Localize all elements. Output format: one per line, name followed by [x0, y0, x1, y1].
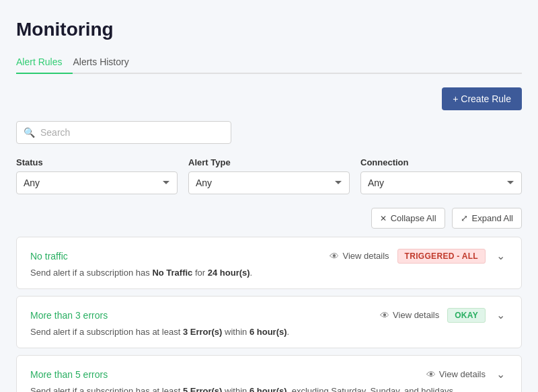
alert-desc-no-traffic: Send alert if a subscription has No Traf… [30, 268, 508, 278]
filter-status-group: Status Any Triggered Okay [16, 157, 178, 194]
filter-alert-type-group: Alert Type Any No Traffic Error Rate [188, 157, 350, 194]
expand-all-label: Expand All [472, 213, 513, 223]
collapse-icon: ✕ [380, 214, 387, 223]
tab-alert-rules[interactable]: Alert Rules [16, 51, 73, 74]
search-container: 🔍 [16, 121, 522, 144]
tabs-container: Alert Rules Alerts History [16, 51, 522, 74]
action-bar: ✕ Collapse All ⤢ Expand All [16, 208, 522, 229]
filter-status-select[interactable]: Any Triggered Okay [16, 171, 178, 194]
alert-card-header-3: More than 5 errors 👁 View details ⌄ [30, 366, 508, 382]
chevron-down-button-5-errors[interactable]: ⌄ [494, 366, 508, 382]
alert-card-no-traffic: No traffic 👁 View details TRIGGERED - AL… [16, 237, 522, 289]
create-rule-button[interactable]: + Create Rule [442, 87, 522, 110]
expand-icon: ⤢ [461, 213, 468, 223]
alert-list: No traffic 👁 View details TRIGGERED - AL… [16, 237, 522, 392]
alert-card-more-than-3-errors: More than 3 errors 👁 View details OKAY ⌄… [16, 296, 522, 348]
filter-alert-type-label: Alert Type [188, 157, 350, 167]
view-details-more-than-3[interactable]: 👁 View details [380, 310, 439, 321]
view-details-label-2: View details [393, 310, 439, 320]
collapse-all-label: Collapse All [391, 213, 436, 223]
page-title: Monitoring [16, 19, 522, 40]
search-input-wrap: 🔍 [16, 121, 231, 144]
filter-connection-label: Connection [360, 157, 522, 167]
filter-connection-select[interactable]: Any [360, 171, 522, 194]
alert-card-more-than-5-errors: More than 5 errors 👁 View details ⌄ Send… [16, 355, 522, 392]
search-input[interactable] [40, 122, 224, 143]
tab-alerts-history[interactable]: Alerts History [73, 51, 139, 74]
chevron-down-button-3-errors[interactable]: ⌄ [494, 307, 508, 323]
alert-card-header: No traffic 👁 View details TRIGGERED - AL… [30, 248, 508, 264]
view-details-label-3: View details [439, 369, 486, 379]
alert-title-more-than-3-errors[interactable]: More than 3 errors [30, 310, 108, 321]
expand-all-button[interactable]: ⤢ Expand All [452, 208, 522, 229]
badge-okay: OKAY [447, 308, 486, 323]
collapse-all-button[interactable]: ✕ Collapse All [371, 208, 445, 229]
eye-icon-3: 👁 [426, 369, 436, 380]
view-details-label: View details [342, 251, 389, 261]
alert-actions-2: 👁 View details OKAY ⌄ [380, 307, 508, 323]
alert-desc-more-than-3-errors: Send alert if a subscription has at leas… [30, 327, 508, 337]
alert-actions-3: 👁 View details ⌄ [426, 366, 508, 382]
toolbar: + Create Rule [16, 87, 522, 110]
eye-icon-2: 👁 [380, 310, 389, 321]
view-details-more-than-5[interactable]: 👁 View details [426, 369, 486, 380]
alert-actions: 👁 View details TRIGGERED - ALL ⌄ [330, 248, 508, 264]
alert-title-more-than-5-errors[interactable]: More than 5 errors [30, 369, 108, 380]
alert-desc-more-than-5-errors: Send alert if a subscription has at leas… [30, 386, 508, 392]
filter-connection-group: Connection Any [360, 157, 522, 194]
filter-status-label: Status [16, 157, 178, 167]
chevron-down-button-no-traffic[interactable]: ⌄ [494, 248, 508, 264]
view-details-no-traffic[interactable]: 👁 View details [330, 251, 389, 262]
filters-container: Status Any Triggered Okay Alert Type Any… [16, 157, 522, 194]
badge-triggered: TRIGGERED - ALL [397, 249, 486, 264]
eye-icon: 👁 [330, 251, 339, 262]
filter-alert-type-select[interactable]: Any No Traffic Error Rate [188, 171, 350, 194]
alert-card-header-2: More than 3 errors 👁 View details OKAY ⌄ [30, 307, 508, 323]
page-container: Monitoring Alert Rules Alerts History + … [0, 0, 538, 392]
search-icon: 🔍 [24, 127, 35, 138]
alert-title-no-traffic[interactable]: No traffic [30, 251, 68, 262]
